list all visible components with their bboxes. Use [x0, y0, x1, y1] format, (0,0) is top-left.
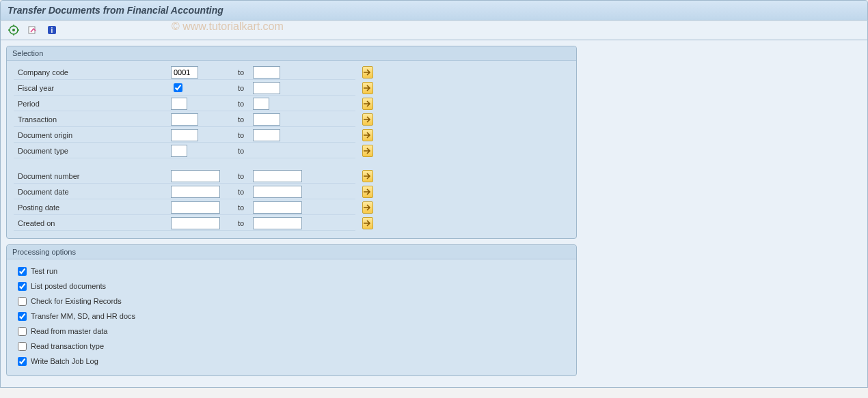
multiple-selection-button[interactable] [362, 186, 373, 198]
to-label: to [232, 81, 253, 96]
option-checkbox[interactable] [18, 342, 27, 351]
option-row: Read transaction type [14, 339, 569, 354]
from-input[interactable] [171, 186, 220, 198]
option-row: Read from master data [14, 324, 569, 339]
processing-panel-title: Processing options [7, 245, 576, 259]
selection-row: Document typeto [14, 143, 569, 158]
field-label: Company code [14, 65, 171, 80]
selection-row: Document numberto [14, 169, 569, 184]
from-input[interactable] [171, 145, 187, 157]
processing-panel: Processing options Test runList posted d… [6, 244, 577, 376]
field-label: Posting date [14, 200, 171, 215]
from-input[interactable] [171, 217, 220, 229]
selection-row: Company codeto [14, 65, 569, 80]
option-row: Check for Existing Records [14, 294, 569, 309]
field-label: Fiscal year [14, 81, 171, 96]
to-label: to [232, 65, 253, 80]
selection-row: Document originto [14, 128, 569, 143]
option-label: Check for Existing Records [31, 297, 122, 305]
multiple-selection-button[interactable] [362, 129, 373, 141]
field-label: Period [14, 96, 171, 111]
multiple-selection-button[interactable] [362, 66, 373, 79]
option-label: Transfer MM, SD, and HR docs [31, 312, 135, 320]
execute-icon[interactable] [6, 23, 21, 37]
to-input[interactable] [253, 98, 269, 110]
selection-row: Transactionto [14, 112, 569, 127]
field-label: Created on [14, 216, 171, 231]
to-input[interactable] [253, 129, 280, 141]
multiple-selection-button[interactable] [362, 82, 373, 94]
option-checkbox[interactable] [18, 327, 27, 336]
to-input[interactable] [253, 82, 280, 94]
multiple-selection-button[interactable] [362, 170, 373, 182]
option-row: Transfer MM, SD, and HR docs [14, 309, 569, 324]
field-label: Document date [14, 184, 171, 199]
option-row: Write Batch Job Log [14, 354, 569, 369]
selection-panel-title: Selection [7, 46, 576, 61]
option-checkbox[interactable] [18, 282, 27, 291]
to-label: to [232, 112, 253, 127]
multiple-selection-button[interactable] [362, 145, 373, 157]
option-label: Read transaction type [31, 342, 104, 350]
multiple-selection-button[interactable] [362, 201, 373, 214]
field-label: Transaction [14, 112, 171, 127]
selection-row: Document dateto [14, 184, 569, 199]
to-label: to [232, 128, 253, 143]
selection-row: Created onto [14, 216, 569, 231]
from-checkbox[interactable] [174, 83, 182, 92]
option-row: Test run [14, 264, 569, 279]
option-checkbox[interactable] [18, 357, 27, 366]
to-input[interactable] [253, 201, 302, 214]
option-label: Read from master data [31, 327, 108, 335]
selection-row: Posting dateto [14, 200, 569, 215]
to-input[interactable] [253, 66, 280, 79]
selection-row: Fiscal yearto [14, 81, 569, 96]
multiple-selection-button[interactable] [362, 217, 373, 229]
option-checkbox[interactable] [18, 312, 27, 321]
option-checkbox[interactable] [18, 267, 27, 276]
option-row: List posted documents [14, 279, 569, 294]
field-label: Document origin [14, 128, 171, 143]
from-input[interactable] [171, 170, 220, 182]
option-label: Test run [31, 267, 57, 275]
from-input[interactable] [171, 113, 198, 126]
multiple-selection-button[interactable] [362, 113, 373, 126]
toolbar: i © www.tutorialkart.com [0, 20, 868, 40]
to-label: to [232, 169, 253, 184]
to-input[interactable] [253, 170, 302, 182]
watermark: © www.tutorialkart.com [172, 20, 284, 33]
content-area: Selection Company codetoFiscal yeartoPer… [0, 40, 868, 388]
window-title: Transfer Documents from Financial Accoun… [0, 0, 868, 20]
to-input[interactable] [253, 113, 280, 126]
svg-point-1 [12, 29, 15, 31]
from-input[interactable] [171, 66, 198, 79]
from-input[interactable] [171, 201, 220, 214]
selection-panel: Selection Company codetoFiscal yeartoPer… [6, 46, 577, 239]
svg-text:i: i [51, 27, 53, 34]
info-icon[interactable]: i [44, 23, 59, 37]
to-label: to [232, 184, 253, 199]
multiple-selection-button[interactable] [362, 98, 373, 110]
option-checkbox[interactable] [18, 297, 27, 306]
to-label: to [232, 96, 253, 111]
option-label: List posted documents [31, 282, 106, 290]
to-label: to [232, 143, 253, 158]
variant-icon[interactable] [25, 23, 40, 37]
to-input[interactable] [253, 217, 302, 229]
to-label: to [232, 216, 253, 231]
from-input[interactable] [171, 98, 187, 110]
option-label: Write Batch Job Log [31, 357, 98, 365]
to-input[interactable] [253, 186, 302, 198]
from-input[interactable] [171, 129, 198, 141]
selection-row: Periodto [14, 96, 569, 111]
field-label: Document number [14, 169, 171, 184]
to-label: to [232, 200, 253, 215]
field-label: Document type [14, 143, 171, 158]
